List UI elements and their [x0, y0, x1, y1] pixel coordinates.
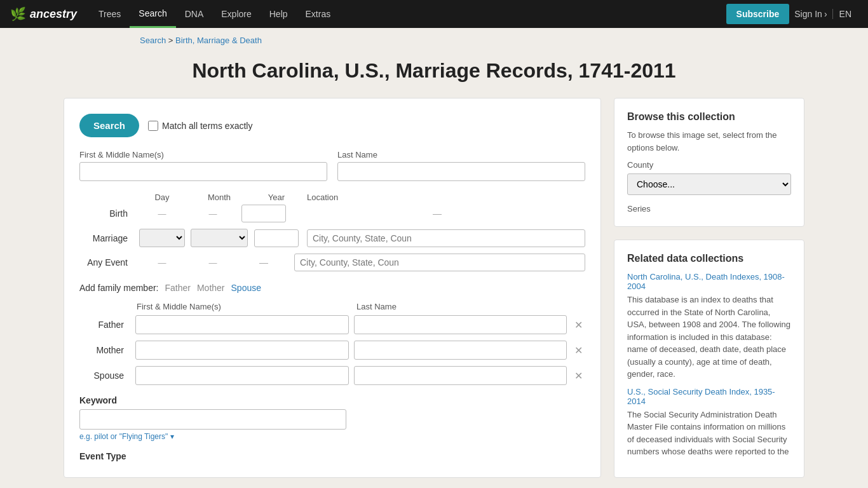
nav-links: Trees Search DNA Explore Help Extras — [90, 0, 726, 28]
anyevent-location-input[interactable] — [294, 254, 585, 271]
related-link-1[interactable]: U.S., Social Security Death Index, 1935-… — [627, 387, 791, 406]
browse-title: Browse this collection — [627, 111, 791, 123]
date-header-month: Month — [187, 193, 251, 202]
last-name-input[interactable] — [337, 162, 585, 181]
breadcrumb-separator: > — [168, 36, 175, 45]
marriage-day-select-wrap — [137, 229, 187, 247]
first-name-group: First & Middle Name(s) — [79, 150, 327, 181]
first-name-label: First & Middle Name(s) — [79, 150, 327, 159]
family-add-mother[interactable]: Mother — [197, 283, 225, 293]
nav-help[interactable]: Help — [261, 0, 297, 28]
birth-location-dash: — — [289, 208, 585, 219]
spouse-remove-button[interactable]: ✕ — [572, 370, 585, 382]
main-layout: Search Match all terms exactly First & M… — [0, 98, 868, 488]
marriage-year-input[interactable] — [254, 229, 299, 247]
main-nav: 🌿 ancestry Trees Search DNA Explore Help… — [0, 0, 868, 28]
date-header-year: Year — [251, 193, 302, 202]
keyword-section: Keyword e.g. pilot or "Flying Tigers" ▾ — [79, 395, 585, 441]
last-name-label: Last Name — [337, 150, 585, 159]
marriage-day-select[interactable] — [139, 229, 185, 247]
match-label-text: Match all terms exactly — [162, 121, 252, 131]
sidebar: Browse this collection To browse this im… — [614, 98, 804, 478]
county-select[interactable]: Choose... — [627, 173, 791, 195]
first-name-input[interactable] — [79, 162, 327, 181]
mother-last-input[interactable] — [354, 341, 567, 360]
father-first-input[interactable] — [135, 315, 349, 334]
marriage-label: Marriage — [79, 233, 137, 243]
nav-search[interactable]: Search — [130, 0, 175, 28]
related-title: Related data collections — [627, 253, 791, 264]
family-add-row: Add family member: Father Mother Spouse — [79, 283, 585, 293]
marriage-month-select[interactable] — [191, 229, 248, 247]
match-checkbox[interactable] — [148, 121, 158, 131]
mother-remove-button[interactable]: ✕ — [572, 344, 585, 356]
family-header-row: First & Middle Name(s) Last Name — [79, 302, 585, 311]
language-selector[interactable]: EN — [832, 9, 858, 19]
search-button[interactable]: Search — [79, 114, 139, 137]
birth-label: Birth — [79, 208, 137, 219]
family-add-spouse[interactable]: Spouse — [231, 283, 261, 293]
related-desc-0: This database is an index to deaths that… — [627, 294, 791, 381]
last-name-group: Last Name — [337, 150, 585, 181]
county-select-wrap: Choose... — [627, 173, 791, 195]
birth-date-row: Birth — — — — [79, 205, 585, 222]
spouse-first-input[interactable] — [135, 366, 349, 385]
series-label: Series — [627, 204, 791, 214]
search-top-row: Search Match all terms exactly — [79, 114, 585, 137]
family-add-label: Add family member: — [79, 283, 158, 293]
nav-explore[interactable]: Explore — [212, 0, 260, 28]
breadcrumb-search-link[interactable]: Search — [140, 36, 166, 45]
date-header-day: Day — [137, 193, 187, 202]
anyevent-date-row: Any Event — — — — [79, 254, 585, 271]
mother-first-input[interactable] — [135, 341, 349, 360]
logo-icon: 🌿 — [10, 6, 26, 22]
search-panel: Search Match all terms exactly First & M… — [64, 98, 601, 478]
event-type-label: Event Type — [79, 451, 585, 461]
marriage-month-select-wrap — [187, 229, 251, 247]
keyword-input[interactable] — [79, 409, 346, 430]
signin-link[interactable]: Sign In › — [794, 9, 827, 19]
subscribe-button[interactable]: Subscribe — [726, 4, 790, 24]
family-row-spouse: Spouse ✕ — [79, 366, 585, 385]
breadcrumb-section-link[interactable]: Birth, Marriage & Death — [175, 36, 262, 45]
marriage-location-input[interactable] — [307, 229, 585, 247]
family-row-father: Father ✕ — [79, 315, 585, 334]
anyevent-year-dash: — — [259, 257, 268, 268]
date-section: Day Month Year Location Birth — — — Marr… — [79, 193, 585, 271]
date-header-row: Day Month Year Location — [79, 193, 585, 205]
keyword-label: Keyword — [79, 395, 585, 405]
related-box: Related data collections North Carolina,… — [614, 240, 804, 478]
breadcrumb: Search > Birth, Marriage & Death — [0, 28, 868, 53]
father-remove-button[interactable]: ✕ — [572, 319, 585, 331]
family-section: Add family member: Father Mother Spouse … — [79, 283, 585, 385]
match-label[interactable]: Match all terms exactly — [148, 121, 252, 131]
nav-trees[interactable]: Trees — [90, 0, 130, 28]
nav-extras[interactable]: Extras — [297, 0, 340, 28]
nav-dna[interactable]: DNA — [176, 0, 213, 28]
date-header-location: Location — [302, 193, 585, 202]
county-label: County — [627, 160, 791, 170]
nav-right: Subscribe Sign In › EN — [726, 4, 858, 24]
spouse-last-input[interactable] — [354, 366, 567, 385]
anyevent-label: Any Event — [79, 257, 137, 268]
marriage-date-row: Marriage — [79, 229, 585, 247]
spouse-label: Spouse — [79, 370, 130, 381]
family-row-mother: Mother ✕ — [79, 341, 585, 360]
related-link-0[interactable]: North Carolina, U.S., Death Indexes, 190… — [627, 272, 791, 291]
name-row: First & Middle Name(s) Last Name — [79, 150, 585, 181]
keyword-hint[interactable]: e.g. pilot or "Flying Tigers" ▾ — [79, 432, 585, 441]
browse-box: Browse this collection To browse this im… — [614, 98, 804, 227]
birth-year-input[interactable] — [241, 205, 286, 222]
mother-label: Mother — [79, 345, 130, 355]
browse-description: To browse this image set, select from th… — [627, 129, 791, 154]
birth-month-dash: — — [187, 209, 238, 219]
site-logo[interactable]: 🌿 ancestry — [10, 6, 77, 22]
related-desc-1: The Social Security Administration Death… — [627, 409, 791, 458]
family-last-header: Last Name — [356, 302, 570, 311]
birth-day-dash: — — [137, 209, 187, 219]
father-label: Father — [79, 320, 130, 330]
family-add-father[interactable]: Father — [165, 283, 190, 293]
father-last-input[interactable] — [354, 315, 567, 334]
logo-text: ancestry — [30, 8, 77, 21]
page-title: North Carolina, U.S., Marriage Records, … — [0, 53, 868, 98]
